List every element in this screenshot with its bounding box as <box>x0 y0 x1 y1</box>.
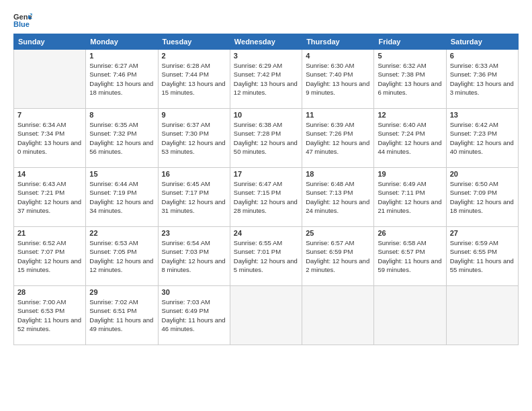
col-header-monday: Monday <box>86 34 158 50</box>
day-info: Sunrise: 6:44 AMSunset: 7:19 PMDaylight:… <box>89 179 154 215</box>
sunset-text: Sunset: 7:13 PM <box>306 188 370 197</box>
sunset-text: Sunset: 6:49 PM <box>162 306 226 315</box>
sunset-text: Sunset: 7:38 PM <box>378 70 442 79</box>
header-row: SundayMondayTuesdayWednesdayThursdayFrid… <box>14 34 519 50</box>
day-cell: 29Sunrise: 7:02 AMSunset: 6:51 PMDayligh… <box>86 286 158 345</box>
day-cell: 8Sunrise: 6:35 AMSunset: 7:32 PMDaylight… <box>86 109 158 168</box>
day-info: Sunrise: 6:48 AMSunset: 7:13 PMDaylight:… <box>306 179 370 215</box>
day-cell: 2Sunrise: 6:28 AMSunset: 7:44 PMDaylight… <box>158 50 230 109</box>
day-cell: 21Sunrise: 6:52 AMSunset: 7:07 PMDayligh… <box>14 227 86 286</box>
day-cell <box>302 286 374 345</box>
daylight-text: Daylight: 12 hours and 53 minutes. <box>162 138 226 156</box>
sunrise-text: Sunrise: 6:27 AM <box>89 61 154 70</box>
sunset-text: Sunset: 7:07 PM <box>17 247 82 256</box>
sunrise-text: Sunrise: 6:42 AM <box>450 120 515 129</box>
daylight-text: Daylight: 12 hours and 47 minutes. <box>306 138 370 156</box>
sunset-text: Sunset: 7:40 PM <box>306 70 370 79</box>
sunrise-text: Sunrise: 6:49 AM <box>378 179 442 188</box>
daylight-text: Daylight: 12 hours and 50 minutes. <box>234 138 298 156</box>
sunset-text: Sunset: 6:57 PM <box>378 247 442 256</box>
sunrise-text: Sunrise: 6:43 AM <box>17 179 82 188</box>
daylight-text: Daylight: 13 hours and 12 minutes. <box>234 79 298 97</box>
day-cell: 19Sunrise: 6:49 AMSunset: 7:11 PMDayligh… <box>374 168 446 227</box>
day-cell: 9Sunrise: 6:37 AMSunset: 7:30 PMDaylight… <box>158 109 230 168</box>
day-cell: 26Sunrise: 6:58 AMSunset: 6:57 PMDayligh… <box>374 227 446 286</box>
day-number: 13 <box>450 111 515 119</box>
day-info: Sunrise: 6:38 AMSunset: 7:28 PMDaylight:… <box>234 120 298 156</box>
sunrise-text: Sunrise: 6:52 AM <box>17 238 82 247</box>
daylight-text: Daylight: 12 hours and 40 minutes. <box>450 138 515 156</box>
day-number: 23 <box>162 229 226 237</box>
day-number: 1 <box>89 52 154 60</box>
day-number: 20 <box>450 170 515 178</box>
day-cell <box>14 50 86 109</box>
sunrise-text: Sunrise: 6:59 AM <box>450 238 515 247</box>
sunset-text: Sunset: 7:32 PM <box>89 129 154 138</box>
sunset-text: Sunset: 7:11 PM <box>378 188 442 197</box>
daylight-text: Daylight: 13 hours and 18 minutes. <box>89 79 154 97</box>
day-number: 19 <box>378 170 442 178</box>
svg-text:Blue: Blue <box>13 20 30 28</box>
sunset-text: Sunset: 7:34 PM <box>17 129 82 138</box>
day-cell: 23Sunrise: 6:54 AMSunset: 7:03 PMDayligh… <box>158 227 230 286</box>
day-number: 21 <box>17 229 82 237</box>
sunrise-text: Sunrise: 6:47 AM <box>234 179 298 188</box>
sunset-text: Sunset: 7:42 PM <box>234 70 298 79</box>
sunset-text: Sunset: 7:46 PM <box>89 70 154 79</box>
daylight-text: Daylight: 13 hours and 0 minutes. <box>17 138 82 156</box>
sunset-text: Sunset: 7:26 PM <box>306 129 370 138</box>
day-info: Sunrise: 6:54 AMSunset: 7:03 PMDaylight:… <box>162 238 226 274</box>
sunrise-text: Sunrise: 6:55 AM <box>234 238 298 247</box>
day-number: 22 <box>89 229 154 237</box>
col-header-sunday: Sunday <box>14 34 86 50</box>
day-cell: 15Sunrise: 6:44 AMSunset: 7:19 PMDayligh… <box>86 168 158 227</box>
day-info: Sunrise: 6:45 AMSunset: 7:17 PMDaylight:… <box>162 179 226 215</box>
day-info: Sunrise: 6:50 AMSunset: 7:09 PMDaylight:… <box>450 179 515 215</box>
daylight-text: Daylight: 11 hours and 49 minutes. <box>89 316 154 334</box>
sunset-text: Sunset: 7:01 PM <box>234 247 298 256</box>
day-number: 7 <box>17 111 82 119</box>
sunrise-text: Sunrise: 6:32 AM <box>378 61 442 70</box>
day-number: 16 <box>162 170 226 178</box>
sunrise-text: Sunrise: 6:37 AM <box>162 120 226 129</box>
day-info: Sunrise: 6:47 AMSunset: 7:15 PMDaylight:… <box>234 179 298 215</box>
daylight-text: Daylight: 12 hours and 15 minutes. <box>17 257 82 275</box>
col-header-thursday: Thursday <box>302 34 374 50</box>
logo-icon: General Blue <box>13 12 32 28</box>
day-info: Sunrise: 6:57 AMSunset: 6:59 PMDaylight:… <box>306 238 370 274</box>
day-number: 29 <box>89 288 154 296</box>
day-number: 24 <box>234 229 298 237</box>
day-number: 10 <box>234 111 298 119</box>
sunrise-text: Sunrise: 6:50 AM <box>450 179 515 188</box>
day-info: Sunrise: 6:35 AMSunset: 7:32 PMDaylight:… <box>89 120 154 156</box>
day-number: 18 <box>306 170 370 178</box>
day-cell: 16Sunrise: 6:45 AMSunset: 7:17 PMDayligh… <box>158 168 230 227</box>
day-cell: 13Sunrise: 6:42 AMSunset: 7:23 PMDayligh… <box>446 109 518 168</box>
sunset-text: Sunset: 7:19 PM <box>89 188 154 197</box>
day-info: Sunrise: 6:39 AMSunset: 7:26 PMDaylight:… <box>306 120 370 156</box>
sunset-text: Sunset: 7:15 PM <box>234 188 298 197</box>
day-info: Sunrise: 6:34 AMSunset: 7:34 PMDaylight:… <box>17 120 82 156</box>
day-info: Sunrise: 7:00 AMSunset: 6:53 PMDaylight:… <box>17 298 82 333</box>
day-number: 11 <box>306 111 370 119</box>
daylight-text: Daylight: 12 hours and 31 minutes. <box>162 197 226 216</box>
day-cell: 20Sunrise: 6:50 AMSunset: 7:09 PMDayligh… <box>446 168 518 227</box>
day-cell <box>446 286 518 345</box>
daylight-text: Daylight: 13 hours and 15 minutes. <box>162 79 226 97</box>
sunset-text: Sunset: 7:03 PM <box>162 247 226 256</box>
sunset-text: Sunset: 7:17 PM <box>162 188 226 197</box>
day-cell: 3Sunrise: 6:29 AMSunset: 7:42 PMDaylight… <box>230 50 302 109</box>
day-cell: 25Sunrise: 6:57 AMSunset: 6:59 PMDayligh… <box>302 227 374 286</box>
daylight-text: Daylight: 12 hours and 12 minutes. <box>89 257 154 275</box>
col-header-tuesday: Tuesday <box>158 34 230 50</box>
day-info: Sunrise: 7:02 AMSunset: 6:51 PMDaylight:… <box>89 298 154 333</box>
sunrise-text: Sunrise: 6:33 AM <box>450 61 515 70</box>
day-info: Sunrise: 6:42 AMSunset: 7:23 PMDaylight:… <box>450 120 515 156</box>
day-info: Sunrise: 6:43 AMSunset: 7:21 PMDaylight:… <box>17 179 82 215</box>
sunset-text: Sunset: 7:05 PM <box>89 247 154 256</box>
day-cell: 24Sunrise: 6:55 AMSunset: 7:01 PMDayligh… <box>230 227 302 286</box>
sunrise-text: Sunrise: 6:58 AM <box>378 238 442 247</box>
day-number: 28 <box>17 288 82 296</box>
sunset-text: Sunset: 6:55 PM <box>450 247 515 256</box>
sunrise-text: Sunrise: 7:03 AM <box>162 298 226 306</box>
